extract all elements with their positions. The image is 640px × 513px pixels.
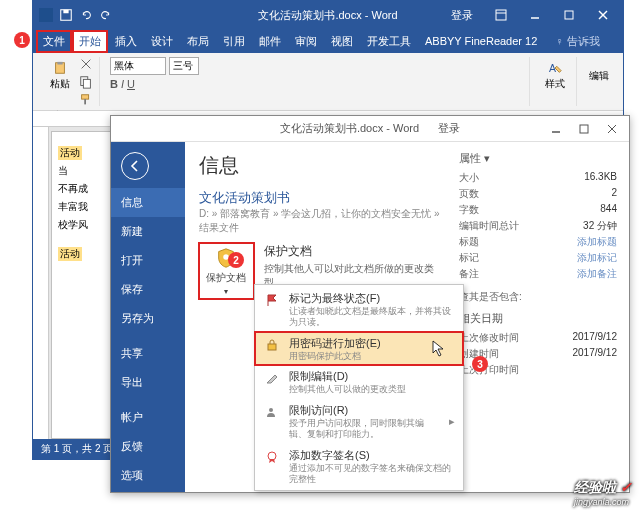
svg-rect-12	[82, 95, 89, 99]
save-icon[interactable]	[59, 8, 73, 22]
protect-btn-label: 保护文档	[206, 271, 246, 285]
format-painter-icon[interactable]	[79, 93, 93, 109]
page-indicator[interactable]: 第 1 页，共 2 页	[41, 442, 113, 456]
menu-item-mark-final[interactable]: 标记为最终状态(F)让读者知晓此文档是最终版本，并将其设为只读。	[255, 287, 463, 332]
prop-key: 标题	[459, 235, 479, 249]
related-dates-header: 相关日期	[459, 312, 617, 326]
underline-icon[interactable]: U	[127, 78, 135, 90]
properties-panel: 属性 ▾ 大小16.3KB页数2字数844编辑时间总计32 分钟标题添加标题标记…	[459, 152, 617, 482]
prop-key: 大小	[459, 171, 479, 185]
svg-rect-20	[268, 344, 276, 350]
protect-title: 保护文档	[264, 243, 449, 260]
tab-insert[interactable]: 插入	[109, 31, 143, 52]
ribbon-group-styles: A 样式	[534, 57, 577, 106]
tab-view[interactable]: 视图	[325, 31, 359, 52]
font-group-label	[110, 95, 523, 106]
menu-item-restrict-editing[interactable]: 限制编辑(D)控制其他人可以做的更改类型	[255, 365, 463, 399]
editing-button[interactable]: 编辑	[587, 57, 611, 95]
svg-point-22	[268, 452, 276, 460]
copy-icon[interactable]	[79, 75, 93, 91]
bs-close-icon[interactable]	[599, 119, 625, 139]
sidebar-item-open[interactable]: 打开	[111, 246, 185, 275]
menu-title: 标记为最终状态(F)	[289, 291, 455, 306]
svg-rect-16	[580, 125, 588, 133]
prop-value[interactable]: 添加标题	[577, 235, 617, 249]
watermark-sub: jingyanla.com	[574, 497, 632, 507]
sidebar-item-account[interactable]: 帐户	[111, 403, 185, 432]
sidebar-item-feedback[interactable]: 反馈	[111, 432, 185, 461]
chevron-down-icon: ▾	[224, 287, 228, 296]
sidebar-item-saveas[interactable]: 另存为	[111, 304, 185, 333]
backstage-title: 文化活动策划书.docx - Word	[280, 122, 419, 134]
ribbon-options-icon[interactable]	[485, 4, 517, 26]
properties-header[interactable]: 属性 ▾	[459, 152, 617, 166]
bs-minimize-icon[interactable]	[543, 119, 569, 139]
lock-icon	[263, 336, 281, 354]
undo-icon[interactable]	[79, 8, 93, 22]
menu-desc: 用密码保护此文档	[289, 351, 381, 362]
svg-rect-0	[39, 8, 53, 22]
menu-desc: 控制其他人可以做的更改类型	[289, 384, 406, 395]
redo-icon[interactable]	[99, 8, 113, 22]
tell-me[interactable]: ♀ 告诉我	[551, 31, 603, 52]
svg-rect-9	[57, 62, 62, 65]
tab-references[interactable]: 引用	[217, 31, 251, 52]
sidebar-item-info[interactable]: 信息	[111, 188, 185, 217]
svg-rect-11	[83, 79, 90, 88]
ribbon-tabs: 文件 开始 插入 设计 布局 引用 邮件 审阅 视图 开发工具 ABBYY Fi…	[33, 29, 623, 53]
prop-value[interactable]: 添加标记	[577, 251, 617, 265]
protect-document-button[interactable]: 保护文档 ▾	[199, 243, 254, 299]
svg-rect-2	[63, 10, 68, 14]
minimize-icon[interactable]	[519, 4, 551, 26]
font-size-combo[interactable]: 三号	[169, 57, 199, 75]
prop-key: 页数	[459, 187, 479, 201]
prop-key: 上次修改时间	[459, 331, 519, 345]
cut-icon[interactable]	[79, 57, 93, 73]
bold-icon[interactable]: B	[110, 78, 118, 90]
paste-button[interactable]: 粘贴	[45, 57, 75, 95]
login-link[interactable]: 登录	[451, 8, 473, 23]
tab-developer[interactable]: 开发工具	[361, 31, 417, 52]
italic-icon[interactable]: I	[121, 78, 124, 90]
tab-design[interactable]: 设计	[145, 31, 179, 52]
menu-desc: 授予用户访问权限，同时限制其编辑、复制和打印能力。	[289, 418, 441, 440]
sidebar-item-options[interactable]: 选项	[111, 461, 185, 490]
prop-value: 2017/9/12	[573, 347, 618, 361]
tab-file[interactable]: 文件	[37, 31, 71, 52]
sidebar-item-new[interactable]: 新建	[111, 217, 185, 246]
prop-value[interactable]: 添加备注	[577, 267, 617, 281]
maximize-icon[interactable]	[553, 4, 585, 26]
tab-mailings[interactable]: 邮件	[253, 31, 287, 52]
property-row: 备注添加备注	[459, 266, 617, 282]
mouse-cursor-icon	[432, 340, 446, 358]
tab-abbyy[interactable]: ABBYY FineReader 12	[419, 32, 543, 50]
ribbon-group-font: 黑体 三号 B I U	[104, 57, 530, 106]
property-row: 编辑时间总计32 分钟	[459, 218, 617, 234]
paste-label: 粘贴	[50, 77, 70, 91]
sidebar-item-export[interactable]: 导出	[111, 368, 185, 397]
tab-layout[interactable]: 布局	[181, 31, 215, 52]
sidebar-item-save[interactable]: 保存	[111, 275, 185, 304]
close-icon[interactable]	[587, 4, 619, 26]
prop-key: 标记	[459, 251, 479, 265]
styles-label: 样式	[545, 77, 565, 91]
doc-line: 丰富我	[58, 200, 118, 214]
menu-title: 添加数字签名(S)	[289, 448, 455, 463]
styles-button[interactable]: A 样式	[540, 57, 570, 95]
tab-home[interactable]: 开始	[73, 31, 107, 52]
tab-review[interactable]: 审阅	[289, 31, 323, 52]
menu-item-digital-signature[interactable]: 添加数字签名(S)通过添加不可见的数字签名来确保文档的完整性	[255, 444, 463, 489]
menu-item-restrict-access[interactable]: 限制访问(R)授予用户访问权限，同时限制其编辑、复制和打印能力。 ▸	[255, 399, 463, 444]
back-icon[interactable]	[121, 152, 149, 180]
check-icon: ✓	[620, 479, 632, 495]
backstage-login[interactable]: 登录	[438, 122, 460, 134]
bs-maximize-icon[interactable]	[571, 119, 597, 139]
info-heading: 信息	[199, 152, 449, 179]
svg-rect-5	[565, 11, 573, 19]
prop-value: 2	[611, 187, 617, 201]
submenu-arrow-icon: ▸	[449, 415, 455, 428]
font-name-combo[interactable]: 黑体	[110, 57, 166, 75]
sidebar-item-share[interactable]: 共享	[111, 339, 185, 368]
property-row: 页数2	[459, 186, 617, 202]
callout-2: 2	[228, 252, 244, 268]
